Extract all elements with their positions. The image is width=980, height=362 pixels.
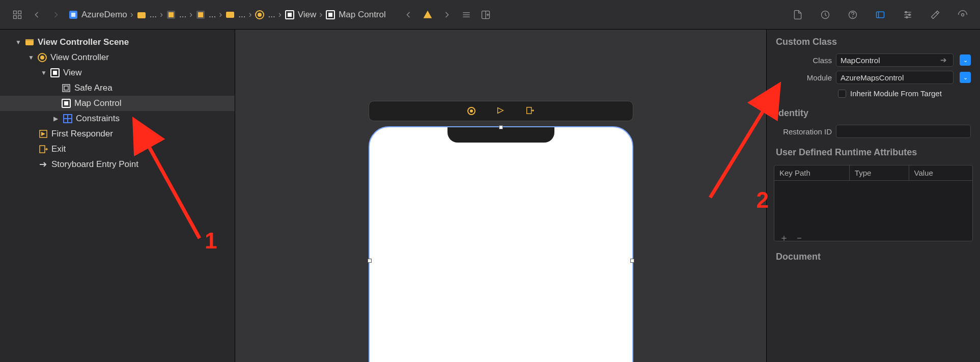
device-preview[interactable] xyxy=(369,126,633,362)
grid-icon[interactable] xyxy=(10,8,24,22)
chevron-right-icon: › xyxy=(218,9,223,20)
resize-handle-left[interactable] xyxy=(368,259,372,263)
tree-viewcontroller-label: View Controller xyxy=(50,52,109,63)
svg-rect-2 xyxy=(14,15,17,18)
module-input[interactable]: AzureMapsControl xyxy=(836,71,954,84)
breadcrumb-segment[interactable]: ... xyxy=(195,10,216,20)
view-icon xyxy=(50,68,60,78)
breadcrumb-segment[interactable]: ... xyxy=(255,10,275,20)
col-type[interactable]: Type xyxy=(850,165,909,180)
breadcrumb-project-label: AzureDemo xyxy=(81,10,127,20)
tree-constraints[interactable]: ▶ Constraints xyxy=(0,111,235,126)
identity-title: Identity xyxy=(767,101,980,123)
svg-rect-39 xyxy=(40,146,45,153)
resize-handle-right[interactable] xyxy=(630,259,634,263)
issue-prev-icon[interactable] xyxy=(401,8,415,22)
add-editor-icon[interactable] xyxy=(479,8,493,22)
scene-vc-icon[interactable] xyxy=(467,107,475,115)
module-row: Module AzureMapsControl ⌄ xyxy=(767,69,980,86)
breadcrumb-segment-project[interactable]: AzureDemo xyxy=(68,10,127,20)
disclosure-triangle-icon[interactable]: ▼ xyxy=(15,39,21,46)
editor-options-icon[interactable] xyxy=(459,8,473,22)
tree-scene-label: View Controller Scene xyxy=(38,37,129,47)
tree-view-label: View xyxy=(63,68,82,78)
class-label: Class xyxy=(776,56,832,65)
file-inspector-icon[interactable] xyxy=(791,8,805,22)
col-value[interactable]: Value xyxy=(909,165,972,180)
tree-safearea-label: Safe Area xyxy=(74,83,113,93)
class-row: Class MapControl ➔ ⌄ xyxy=(767,51,980,69)
tree-entrypoint-label: Storyboard Entry Point xyxy=(51,159,138,170)
scene-toolbar[interactable] xyxy=(369,101,633,121)
nav-forward-icon[interactable] xyxy=(49,8,63,22)
restoration-row: Restoration ID xyxy=(767,123,980,140)
breadcrumb-segment-folder[interactable]: ... xyxy=(136,10,157,20)
identity-inspector-icon[interactable] xyxy=(873,8,887,22)
history-inspector-icon[interactable] xyxy=(818,8,832,22)
module-dropdown-button[interactable]: ⌄ xyxy=(960,72,971,83)
tree-viewcontroller[interactable]: ▼ View Controller xyxy=(0,50,235,65)
restoration-input[interactable] xyxy=(836,125,971,138)
tree-firstresponder-label: First Responder xyxy=(51,129,113,139)
breadcrumb-segment-view[interactable]: View xyxy=(285,10,317,20)
svg-rect-32 xyxy=(25,39,34,41)
inherit-checkbox[interactable] xyxy=(838,90,846,98)
svg-rect-0 xyxy=(14,11,17,14)
help-inspector-icon[interactable] xyxy=(846,8,860,22)
attributes-inspector-icon[interactable] xyxy=(901,8,915,22)
svg-rect-5 xyxy=(71,13,75,17)
scene-exit-icon[interactable] xyxy=(525,106,535,117)
tree-safearea[interactable]: Safe Area xyxy=(0,80,235,96)
nav-back-icon[interactable] xyxy=(30,8,44,22)
svg-rect-3 xyxy=(18,15,21,18)
arrow-indicator-icon[interactable]: ➔ xyxy=(940,55,947,65)
svg-rect-8 xyxy=(169,12,174,17)
col-keypath[interactable]: Key Path xyxy=(774,165,850,180)
remove-row-button[interactable]: － xyxy=(795,232,804,244)
chevron-right-icon: › xyxy=(277,9,283,20)
breadcrumb: AzureDemo › ... › ... › ... › ... › ... … xyxy=(68,9,386,20)
issue-next-icon[interactable] xyxy=(440,8,454,22)
chevron-right-icon: › xyxy=(159,9,164,20)
runtime-attrs-title: User Defined Runtime Attributes xyxy=(767,140,980,162)
warning-icon[interactable] xyxy=(421,8,435,22)
svg-line-43 xyxy=(710,106,766,198)
storyboard-icon xyxy=(166,10,176,20)
size-inspector-icon[interactable] xyxy=(928,8,942,22)
view-icon xyxy=(285,10,295,20)
scene-fr-icon[interactable] xyxy=(496,106,505,117)
breadcrumb-segment[interactable]: ... xyxy=(166,10,186,20)
resize-handle-top[interactable] xyxy=(499,125,503,129)
tree-mapcontrol[interactable]: Map Control xyxy=(0,96,235,111)
class-dropdown-button[interactable]: ⌄ xyxy=(960,54,971,66)
connections-inspector-icon[interactable] xyxy=(956,8,970,22)
disclosure-triangle-icon[interactable]: ▼ xyxy=(41,69,47,76)
custom-class-title: Custom Class xyxy=(767,30,980,51)
disclosure-triangle-icon[interactable]: ▶ xyxy=(53,115,60,122)
annotation-arrow-1 xyxy=(138,136,240,248)
breadcrumb-label: ... xyxy=(179,10,186,20)
view-controller-icon xyxy=(37,52,47,63)
storyboard-canvas[interactable]: 1 2 xyxy=(235,30,766,362)
tree-scene[interactable]: ▼ View Controller Scene xyxy=(0,35,235,50)
annotation-number-1: 1 xyxy=(205,228,217,254)
runtime-attrs-table[interactable]: Key Path Type Value ＋ － xyxy=(774,165,973,241)
breadcrumb-segment-mapcontrol[interactable]: Map Control xyxy=(325,10,386,20)
svg-point-21 xyxy=(853,16,853,17)
class-input[interactable]: MapControl ➔ xyxy=(836,53,954,67)
svg-rect-10 xyxy=(198,12,203,17)
disclosure-triangle-icon[interactable]: ▼ xyxy=(28,54,34,61)
add-row-button[interactable]: ＋ xyxy=(779,232,789,244)
annotation-number-2: 2 xyxy=(757,187,769,213)
svg-rect-11 xyxy=(226,12,234,18)
main-area: ▼ View Controller Scene ▼ View Controlle… xyxy=(0,30,980,362)
exit-icon xyxy=(38,144,48,154)
svg-line-42 xyxy=(146,142,200,238)
breadcrumb-label: ... xyxy=(209,10,216,20)
inspector-panel: Custom Class Class MapControl ➔ ⌄ Module… xyxy=(766,30,980,362)
breadcrumb-segment[interactable]: ... xyxy=(225,10,245,20)
tree-view[interactable]: ▼ View xyxy=(0,65,235,80)
annotation-arrow-2 xyxy=(705,96,771,198)
breadcrumb-mapcontrol-label: Map Control xyxy=(339,10,386,20)
inherit-row[interactable]: Inherit Module From Target xyxy=(767,86,980,101)
